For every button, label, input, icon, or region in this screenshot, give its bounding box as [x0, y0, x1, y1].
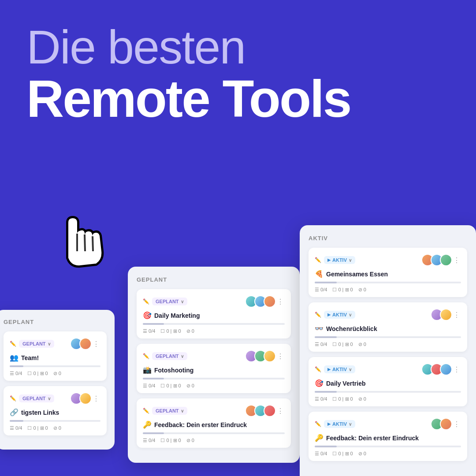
more-options-button[interactable]: ⋮: [452, 256, 461, 264]
status-label: AKTIV: [332, 367, 347, 372]
progress-bar: [315, 446, 461, 447]
links-count: ⊘ 0: [358, 396, 366, 402]
status-label: GEPLANT: [22, 341, 46, 346]
more-options-button[interactable]: ⋮: [276, 407, 285, 415]
avatar-group: [245, 350, 276, 362]
more-options-button[interactable]: ⋮: [92, 394, 100, 403]
headline-light: Die besten: [26, 22, 450, 72]
status-badge-aktiv[interactable]: ▶ AKTIV ∨: [324, 256, 355, 264]
links-count: ⊘ 0: [358, 342, 366, 347]
task-card: ✏️ GEPLANT ∨ ⋮ 🔗 tigsten Links ☰ 0/4 ☐ 0…: [4, 386, 107, 435]
status-label: AKTIV: [332, 312, 347, 317]
progress-fill: [143, 432, 164, 434]
more-options-button[interactable]: ⋮: [276, 352, 285, 361]
status-label: GEPLANT: [156, 408, 179, 413]
chevron-down-icon: ∨: [349, 258, 352, 263]
status-badge[interactable]: GEPLANT ∨: [152, 407, 187, 415]
task-meta: ☰ 0/4 ☐ 0 | ⊞ 0 ⊘ 0: [10, 425, 100, 431]
more-options-button[interactable]: ⋮: [452, 311, 461, 319]
task-meta: ☰ 0/4 ☐ 0 | ⊞ 0 ⊘ 0: [143, 383, 285, 389]
progress-bar: [143, 323, 285, 325]
task-meta: ☰ 0/4 ☐ 0 | ⊞ 0 ⊘ 0: [143, 328, 285, 334]
more-options-button[interactable]: ⋮: [452, 420, 461, 428]
task-title-feedback: 🔑 Feedback: Dein erster Eindruck: [143, 420, 285, 429]
task-title: 🔗 tigsten Links: [10, 408, 100, 416]
progress-fill: [315, 336, 337, 338]
avatar: [440, 418, 452, 430]
pencil-icon: ✏️: [143, 353, 149, 359]
avatar: [79, 392, 92, 405]
links-count: ⊘ 0: [53, 425, 61, 431]
status-badge-geplant[interactable]: GEPLANT ∨: [19, 340, 54, 348]
headline-bold: Remote Tools: [26, 72, 450, 126]
task-title: 👥 Team!: [10, 353, 100, 362]
task-meta: ☰ 0/4 ☐ 0 | ⊞ 0 ⊘ 0: [10, 371, 100, 376]
task-meta: ☰ 0/4 ☐ 0 | ⊞ 0 ⊘ 0: [315, 396, 461, 402]
pencil-icon: ✏️: [315, 421, 321, 427]
task-card-feedback-right: ✏️ ▶ AKTIV ∨ ⋮ 🔑 Feedback: Dein erster E…: [309, 412, 467, 461]
headline-area: Die besten Remote Tools: [26, 22, 450, 126]
tasks-count: ☰ 0/4: [10, 425, 22, 431]
pencil-icon: ✏️: [143, 408, 149, 414]
progress-fill: [143, 323, 164, 325]
avatar-group: [421, 254, 452, 266]
card-right: AKTIV ✏️ ▶ AKTIV ∨ ⋮ 🍕 Gemeinsames Essen: [300, 225, 476, 476]
task-card-feedback: ✏️ GEPLANT ∨ ⋮ 🔑 Feedback: Dein erster E…: [137, 398, 291, 448]
more-options-button[interactable]: ⋮: [452, 365, 461, 374]
avatar: [264, 295, 276, 308]
card-middle: GEPLANT ✏️ GEPLANT ∨ ⋮ 🎯 Daily Marketing: [128, 267, 300, 463]
task-card-wochenruckblick: ✏️ ▶ AKTIV ∨ ⋮ 👓 Wochenrückblick ☰ 0/4 ☐…: [309, 302, 467, 352]
comments-count: ☐ 0 | ⊞ 0: [332, 287, 353, 293]
comments-count: ☐ 0 | ⊞ 0: [27, 425, 48, 431]
progress-fill: [10, 420, 23, 422]
more-options-button[interactable]: ⋮: [92, 340, 100, 348]
more-options-button[interactable]: ⋮: [276, 298, 285, 306]
comments-count: ☐ 0 | ⊞ 0: [160, 438, 181, 443]
pencil-icon: ✏️: [10, 395, 16, 402]
avatar-group: [421, 363, 452, 376]
links-count: ⊘ 0: [186, 383, 194, 389]
status-badge-geplant[interactable]: GEPLANT ∨: [19, 394, 54, 402]
progress-fill: [10, 365, 23, 367]
progress-bar: [143, 378, 285, 379]
status-badge-aktiv[interactable]: ▶ AKTIV ∨: [324, 365, 355, 373]
task-card-daily-vertrieb: ✏️ ▶ AKTIV ∨ ⋮ 🎯 Daily Vertrieb ☰ 0/4: [309, 357, 467, 406]
comments-count: ☐ 0 | ⊞ 0: [160, 328, 181, 334]
task-card-gemeinsames-essen: ✏️ ▶ AKTIV ∨ ⋮ 🍕 Gemeinsames Essen ☰ 0/4: [309, 248, 467, 297]
svg-line-2: [93, 236, 93, 251]
progress-fill: [315, 446, 337, 447]
avatar: [264, 350, 276, 362]
pencil-icon: ✏️: [315, 312, 321, 318]
status-label: AKTIV: [332, 421, 347, 427]
avatar: [440, 363, 452, 376]
task-meta: ☰ 0/4 ☐ 0 | ⊞ 0 ⊘ 0: [143, 438, 285, 443]
tasks-count: ☰ 0/4: [143, 383, 155, 389]
avatar: [440, 309, 452, 321]
avatar-group: [431, 418, 452, 430]
chevron-down-icon: ∨: [48, 342, 51, 346]
status-badge-aktiv[interactable]: ▶ AKTIV ∨: [324, 420, 355, 428]
progress-fill: [315, 391, 337, 393]
comments-count: ☐ 0 | ⊞ 0: [332, 396, 353, 402]
progress-fill: [143, 378, 164, 379]
progress-bar: [315, 282, 461, 283]
task-meta: ☰ 0/4 ☐ 0 | ⊞ 0 ⊘ 0: [315, 287, 461, 293]
progress-fill: [315, 282, 337, 283]
tasks-count: ☰ 0/4: [315, 451, 327, 457]
task-title-daily-marketing: 🎯 Daily Marketing: [143, 311, 285, 320]
progress-bar: [10, 365, 100, 367]
tasks-count: ☰ 0/4: [10, 371, 22, 376]
task-title-feedback-right: 🔑 Feedback: Dein erster Eindruck: [315, 434, 461, 442]
status-label: AKTIV: [332, 257, 347, 263]
pencil-icon: ✏️: [315, 366, 321, 372]
links-count: ⊘ 0: [53, 371, 61, 376]
avatar-group: [70, 338, 92, 350]
status-badge[interactable]: GEPLANT ∨: [152, 352, 187, 360]
tasks-count: ☰ 0/4: [315, 287, 327, 293]
status-badge-aktiv[interactable]: ▶ AKTIV ∨: [324, 311, 355, 319]
pencil-icon: ✏️: [315, 257, 321, 263]
status-badge[interactable]: GEPLANT ∨: [152, 298, 187, 305]
right-section-label: AKTIV: [309, 235, 467, 242]
tasks-count: ☰ 0/4: [315, 342, 327, 347]
links-count: ⊘ 0: [186, 328, 194, 334]
